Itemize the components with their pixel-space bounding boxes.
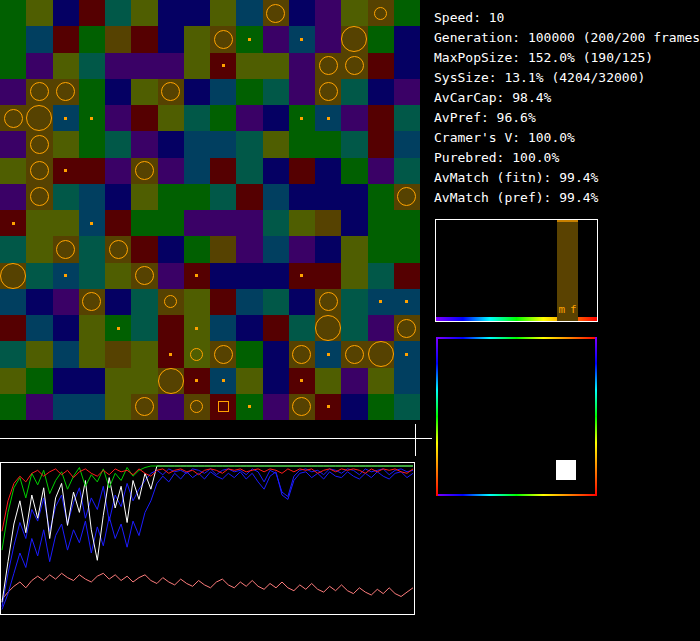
- agent-circle-marker: [374, 7, 387, 20]
- grid-cell: [236, 315, 262, 341]
- grid-cell: [263, 131, 289, 157]
- chart-series-green-metric: [2, 466, 413, 550]
- grid-cell: [210, 210, 236, 236]
- agent-circle-marker: [109, 240, 128, 259]
- grid-cell: [184, 53, 210, 79]
- agent-dot: [90, 117, 93, 120]
- grid-cell: [236, 341, 262, 367]
- stat-line: AvPref: 96.6%: [434, 108, 700, 128]
- grid-cell: [289, 131, 315, 157]
- grid-cell: [341, 394, 367, 420]
- male-label: m: [558, 304, 565, 315]
- grid-cell: [0, 368, 26, 394]
- grid-cell: [394, 0, 420, 26]
- agent-circle-marker: [30, 161, 49, 180]
- grid-cell: [315, 26, 341, 52]
- grid-cell: [0, 210, 26, 236]
- grid-cell: [210, 158, 236, 184]
- grid-cell: [53, 0, 79, 26]
- grid-cell: [236, 236, 262, 262]
- grid-cell: [53, 158, 79, 184]
- grid-cell: [0, 315, 26, 341]
- grid-cell: [26, 368, 52, 394]
- grid-cell: [79, 394, 105, 420]
- population-cluster-marker: [556, 460, 576, 480]
- grid-cell: [394, 79, 420, 105]
- grid-cell: [368, 368, 394, 394]
- grid-cell: [210, 315, 236, 341]
- grid-cell: [158, 341, 184, 367]
- grid-cell: [394, 368, 420, 394]
- timeline-bar[interactable]: [0, 438, 432, 439]
- grid-cell: [53, 315, 79, 341]
- grid-cell: [0, 79, 26, 105]
- grid-cell: [210, 289, 236, 315]
- agent-dot: [405, 353, 408, 356]
- grid-cell: [368, 131, 394, 157]
- agent-dot: [117, 327, 120, 330]
- agent-circle-marker: [319, 292, 338, 311]
- agent-circle-marker: [135, 397, 154, 416]
- grid-cell: [368, 79, 394, 105]
- grid-cell: [53, 184, 79, 210]
- grid-cell: [341, 210, 367, 236]
- grid-cell: [315, 341, 341, 367]
- agent-dot: [90, 222, 93, 225]
- agent-dot: [327, 117, 330, 120]
- grid-cell: [0, 158, 26, 184]
- grid-cell: [79, 184, 105, 210]
- grid-cell: [0, 131, 26, 157]
- grid-cell: [0, 26, 26, 52]
- agent-circle-marker: [345, 345, 364, 364]
- grid-cell: [210, 105, 236, 131]
- grid-cell: [158, 368, 184, 394]
- grid-cell: [105, 53, 131, 79]
- world-grid-canvas[interactable]: [0, 0, 420, 420]
- app-window: { "app": { "background": "#000000", "tex…: [0, 0, 700, 641]
- grid-cell: [105, 0, 131, 26]
- grid-cell: [263, 341, 289, 367]
- timeline-marker[interactable]: [415, 424, 416, 456]
- history-chart: [0, 462, 415, 615]
- grid-cell: [263, 53, 289, 79]
- grid-cell: [184, 368, 210, 394]
- grid-cell: [158, 263, 184, 289]
- chart-series-blue-lower: [2, 472, 413, 610]
- grid-cell: [184, 210, 210, 236]
- grid-cell: [53, 236, 79, 262]
- grid-cell: [315, 0, 341, 26]
- grid-cell: [79, 315, 105, 341]
- grid-cell: [0, 105, 26, 131]
- female-label: f: [570, 304, 577, 315]
- grid-cell: [341, 315, 367, 341]
- grid-cell: [236, 131, 262, 157]
- grid-cell: [105, 26, 131, 52]
- grid-cell: [131, 26, 157, 52]
- trait-space-border-right: [595, 337, 597, 496]
- grid-cell: [131, 105, 157, 131]
- grid-cell: [368, 315, 394, 341]
- agent-circle-marker: [30, 135, 49, 154]
- stat-line: Speed: 10: [434, 8, 700, 28]
- grid-cell: [131, 236, 157, 262]
- agent-dot: [64, 117, 67, 120]
- grid-cell: [184, 394, 210, 420]
- agent-dot: [379, 300, 382, 303]
- grid-cell: [341, 263, 367, 289]
- agent-dot: [64, 169, 67, 172]
- grid-cell: [289, 26, 315, 52]
- grid-cell: [341, 158, 367, 184]
- grid-cell: [394, 263, 420, 289]
- grid-cell: [263, 184, 289, 210]
- grid-cell: [368, 236, 394, 262]
- grid-cell: [210, 263, 236, 289]
- grid-cell: [79, 105, 105, 131]
- grid-cell: [394, 184, 420, 210]
- grid-cell: [289, 0, 315, 26]
- grid-cell: [131, 0, 157, 26]
- grid-cell: [26, 53, 52, 79]
- grid-cell: [315, 394, 341, 420]
- grid-cell: [289, 210, 315, 236]
- agent-dot: [300, 274, 303, 277]
- grid-cell: [53, 131, 79, 157]
